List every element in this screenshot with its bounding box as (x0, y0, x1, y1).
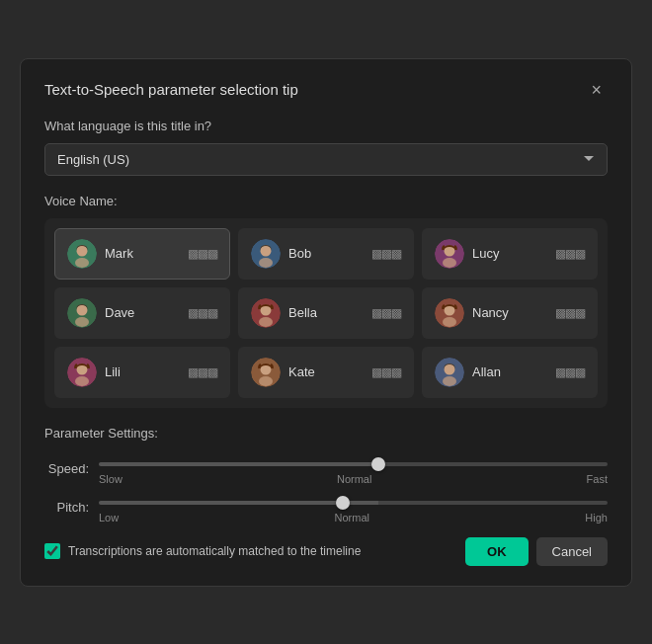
voice-avatar-bella (251, 298, 281, 328)
transcription-label: Transcriptions are automatically matched… (68, 544, 361, 558)
voice-avatar-lili (67, 358, 97, 387)
dialog-title: Text-to-Speech parameter selection tip (44, 81, 298, 98)
svg-point-23 (259, 376, 273, 386)
speed-slider[interactable] (99, 462, 608, 466)
voice-card-left-bob: Bob (251, 239, 311, 269)
wave-icon-mark: ▩▩▩ (188, 247, 217, 261)
svg-point-25 (445, 363, 455, 374)
voice-name-mark: Mark (105, 246, 133, 261)
voice-card-left-lili: Lili (67, 358, 121, 387)
transcription-checkbox[interactable] (44, 543, 60, 559)
voice-card-dave[interactable]: Dave▩▩▩ (54, 287, 230, 339)
voice-avatar-lucy (435, 239, 464, 269)
svg-point-1 (77, 245, 88, 256)
pitch-slider-container: Low Normal High (99, 491, 608, 523)
voice-name-dave: Dave (105, 305, 134, 320)
wave-icon-bella: ▩▩▩ (371, 306, 401, 320)
svg-point-20 (75, 376, 89, 386)
voice-card-left-dave: Dave (67, 298, 134, 328)
button-row: OK Cancel (465, 537, 608, 566)
parameter-section: Parameter Settings: Speed: Slow Normal F… (44, 426, 608, 523)
wave-icon-kate: ▩▩▩ (371, 365, 401, 379)
speed-label-fast: Fast (587, 473, 608, 485)
voice-card-left-bella: Bella (251, 298, 317, 328)
svg-point-26 (443, 376, 456, 386)
voice-name-label: Voice Name: (44, 194, 608, 208)
speed-labels: Slow Normal Fast (99, 473, 608, 485)
voice-name-lili: Lili (105, 364, 121, 379)
voice-grid: Mark▩▩▩ Bob▩▩▩ Lucy▩▩▩ Dave▩▩▩ (54, 228, 598, 398)
cancel-button[interactable]: Cancel (536, 537, 608, 566)
wave-icon-allan: ▩▩▩ (555, 365, 585, 379)
voice-grid-wrapper: Mark▩▩▩ Bob▩▩▩ Lucy▩▩▩ Dave▩▩▩ (44, 218, 608, 408)
svg-point-14 (259, 317, 273, 327)
voice-card-left-mark: Mark (67, 239, 133, 269)
svg-point-8 (443, 258, 456, 268)
speed-label-normal: Normal (337, 473, 371, 485)
pitch-label: Pitch: (44, 500, 89, 515)
wave-icon-nancy: ▩▩▩ (555, 306, 585, 320)
voice-card-lucy[interactable]: Lucy▩▩▩ (422, 228, 598, 280)
language-question: What language is this title in? (44, 119, 608, 133)
voice-card-left-allan: Allan (435, 358, 501, 387)
voice-name-bella: Bella (288, 305, 317, 320)
dialog-header: Text-to-Speech parameter selection tip × (44, 79, 608, 101)
voice-card-kate[interactable]: Kate▩▩▩ (238, 347, 414, 398)
voice-card-mark[interactable]: Mark▩▩▩ (54, 228, 230, 280)
pitch-label-high: High (585, 512, 608, 523)
pitch-label-normal: Normal (335, 512, 369, 523)
close-button[interactable]: × (585, 79, 608, 101)
wave-icon-lucy: ▩▩▩ (555, 247, 585, 261)
dialog-footer: Transcriptions are automatically matched… (44, 537, 608, 566)
pitch-slider[interactable] (99, 501, 608, 505)
speed-slider-container: Slow Normal Fast (99, 452, 608, 485)
svg-point-11 (75, 317, 89, 327)
voice-name-lucy: Lucy (472, 246, 499, 261)
voice-card-left-nancy: Nancy (435, 298, 509, 328)
voice-card-left-kate: Kate (251, 358, 315, 387)
wave-icon-bob: ▩▩▩ (371, 247, 401, 261)
wave-icon-lili: ▩▩▩ (188, 365, 217, 379)
voice-name-allan: Allan (472, 364, 501, 379)
language-select[interactable]: English (US) English (UK) Spanish French… (44, 143, 608, 176)
svg-point-10 (77, 304, 88, 315)
voice-avatar-dave (67, 298, 97, 328)
param-section-label: Parameter Settings: (44, 426, 608, 441)
voice-avatar-nancy (435, 298, 464, 328)
voice-name-kate: Kate (288, 364, 315, 379)
checkbox-wrapper: Transcriptions are automatically matched… (44, 543, 361, 559)
svg-point-4 (261, 245, 272, 256)
voice-avatar-bob (251, 239, 281, 269)
voice-card-lili[interactable]: Lili▩▩▩ (54, 347, 230, 398)
speed-row: Speed: Slow Normal Fast (44, 452, 608, 485)
voice-card-bella[interactable]: Bella▩▩▩ (238, 287, 414, 339)
voice-name-nancy: Nancy (472, 305, 509, 320)
voice-avatar-allan (435, 358, 464, 387)
wave-icon-dave: ▩▩▩ (188, 306, 217, 320)
pitch-row: Pitch: Low Normal High (44, 491, 608, 523)
tts-dialog: Text-to-Speech parameter selection tip ×… (20, 58, 632, 587)
voice-name-bob: Bob (288, 246, 311, 261)
pitch-label-low: Low (99, 512, 119, 523)
voice-card-allan[interactable]: Allan▩▩▩ (422, 347, 598, 398)
voice-avatar-kate (251, 358, 281, 387)
svg-point-5 (259, 258, 273, 268)
speed-label: Speed: (44, 461, 89, 476)
speed-label-slow: Slow (99, 473, 122, 485)
svg-point-17 (443, 317, 456, 327)
pitch-labels: Low Normal High (99, 512, 608, 523)
svg-point-2 (75, 258, 89, 268)
voice-card-nancy[interactable]: Nancy▩▩▩ (422, 287, 598, 339)
ok-button[interactable]: OK (465, 537, 529, 566)
voice-avatar-mark (67, 239, 97, 269)
voice-card-left-lucy: Lucy (435, 239, 499, 269)
voice-card-bob[interactable]: Bob▩▩▩ (238, 228, 414, 280)
